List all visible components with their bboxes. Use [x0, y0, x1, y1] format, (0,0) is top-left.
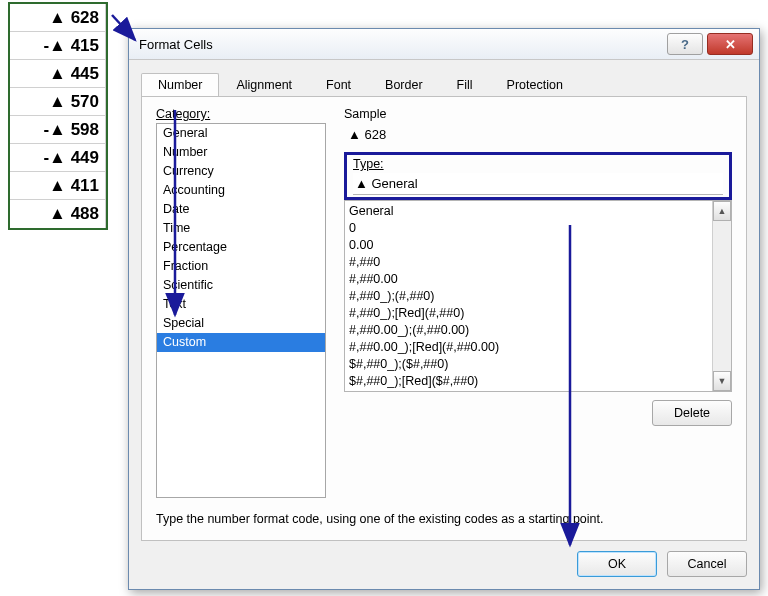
category-item-selected[interactable]: Custom [157, 333, 325, 352]
category-item[interactable]: Scientific [157, 276, 325, 295]
cell[interactable]: ▲ 488 [10, 200, 106, 228]
category-item[interactable]: Percentage [157, 238, 325, 257]
number-panel: Category: General Number Currency Accoun… [141, 96, 747, 541]
cell[interactable]: -▲ 598 [10, 116, 106, 144]
tab-border[interactable]: Border [368, 73, 440, 97]
tab-protection[interactable]: Protection [490, 73, 580, 97]
format-code-item[interactable]: General [349, 203, 708, 220]
category-listbox[interactable]: General Number Currency Accounting Date … [156, 123, 326, 498]
tab-font[interactable]: Font [309, 73, 368, 97]
scroll-track[interactable] [713, 221, 731, 371]
category-item[interactable]: General [157, 124, 325, 143]
type-label: Type: [353, 157, 723, 171]
dialog-titlebar[interactable]: Format Cells ? ✕ [129, 29, 759, 60]
category-item[interactable]: Special [157, 314, 325, 333]
category-item[interactable]: Text [157, 295, 325, 314]
delete-button[interactable]: Delete [652, 400, 732, 426]
cell[interactable]: ▲ 411 [10, 172, 106, 200]
format-cells-dialog: Format Cells ? ✕ Number Alignment Font B… [128, 28, 760, 590]
cell[interactable]: ▲ 628 [10, 4, 106, 32]
tab-fill[interactable]: Fill [440, 73, 490, 97]
category-item[interactable]: Date [157, 200, 325, 219]
category-item[interactable]: Number [157, 143, 325, 162]
scroll-down-icon[interactable]: ▼ [713, 371, 731, 391]
tab-strip: Number Alignment Font Border Fill Protec… [129, 60, 759, 96]
format-code-item[interactable]: #,##0_);(#,##0) [349, 288, 708, 305]
category-item[interactable]: Fraction [157, 257, 325, 276]
cell[interactable]: -▲ 415 [10, 32, 106, 60]
format-code-item[interactable]: 0 [349, 220, 708, 237]
tab-number[interactable]: Number [141, 73, 219, 97]
close-button[interactable]: ✕ [707, 33, 753, 55]
format-code-item[interactable]: 0.00 [349, 237, 708, 254]
format-code-item[interactable]: #,##0.00_);[Red](#,##0.00) [349, 339, 708, 356]
type-group-highlight: Type: [344, 152, 732, 200]
category-item[interactable]: Accounting [157, 181, 325, 200]
format-code-listbox[interactable]: General 0 0.00 #,##0 #,##0.00 #,##0_);(#… [345, 201, 712, 391]
dialog-title: Format Cells [139, 37, 667, 52]
type-input[interactable] [353, 173, 723, 195]
format-scrollbar[interactable]: ▲ ▼ [712, 201, 731, 391]
category-label: Category: [156, 107, 326, 121]
scroll-up-icon[interactable]: ▲ [713, 201, 731, 221]
cell[interactable]: ▲ 570 [10, 88, 106, 116]
help-button[interactable]: ? [667, 33, 703, 55]
category-item[interactable]: Currency [157, 162, 325, 181]
format-code-item[interactable]: #,##0_);[Red](#,##0) [349, 305, 708, 322]
tab-alignment[interactable]: Alignment [219, 73, 309, 97]
cell[interactable]: ▲ 445 [10, 60, 106, 88]
cancel-button[interactable]: Cancel [667, 551, 747, 577]
format-code-item[interactable]: $#,##0_);($#,##0) [349, 356, 708, 373]
close-icon: ✕ [725, 37, 736, 52]
category-item[interactable]: Time [157, 219, 325, 238]
hint-text: Type the number format code, using one o… [156, 498, 732, 530]
format-code-item[interactable]: #,##0.00_);(#,##0.00) [349, 322, 708, 339]
help-icon: ? [681, 37, 689, 52]
format-code-item[interactable]: $#,##0_);[Red]($#,##0) [349, 373, 708, 390]
sample-label: Sample [344, 107, 732, 121]
format-code-item[interactable]: #,##0.00 [349, 271, 708, 288]
format-code-item[interactable]: #,##0 [349, 254, 708, 271]
sample-value: ▲ 628 [344, 121, 732, 152]
cell[interactable]: -▲ 449 [10, 144, 106, 172]
ok-button[interactable]: OK [577, 551, 657, 577]
selected-range[interactable]: ▲ 628 -▲ 415 ▲ 445 ▲ 570 -▲ 598 -▲ 449 ▲… [8, 2, 108, 230]
